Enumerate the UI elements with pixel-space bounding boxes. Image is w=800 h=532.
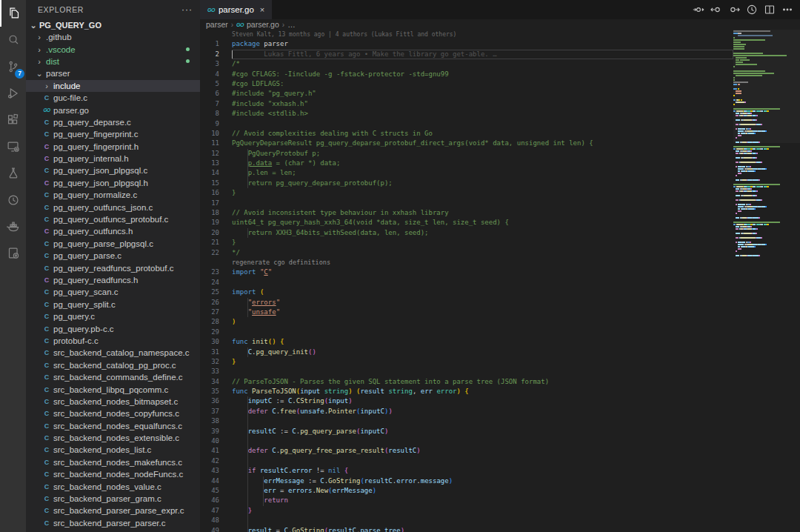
tree-item[interactable]: Csrc_backend_nodes_makefuncs.c <box>26 456 200 468</box>
code-line[interactable]: 42 <box>200 456 733 466</box>
tree-item[interactable]: Cpg_query_normalize.c <box>26 189 200 201</box>
remote-explorer-icon[interactable] <box>0 133 26 160</box>
code-line[interactable]: 18// Avoid inconsistent type behaviour i… <box>200 208 733 218</box>
tree-item[interactable]: Csrc_backend_commands_define.c <box>26 371 200 383</box>
code-editor[interactable]: Steven Kalt, 13 months ago | 4 authors (… <box>200 30 800 532</box>
tree-item[interactable]: Csrc_backend_nodes_equalfuncs.c <box>26 420 200 432</box>
tree-item[interactable]: Csrc_backend_parser_parse_expr.c <box>26 505 200 516</box>
tree-item[interactable]: Cprotobuf-c.c <box>26 335 200 347</box>
code-line[interactable]: 22*/ <box>200 248 733 258</box>
tree-item[interactable]: Cpg_query_readfuncs_protobuf.c <box>26 262 200 273</box>
code-line[interactable]: 17 <box>200 199 733 208</box>
tree-item[interactable]: Cpg_query_deparse.c <box>26 116 200 128</box>
tree-item[interactable]: Cpg_query.pb-c.c <box>26 322 200 334</box>
code-line[interactable]: 45 err = errors.New(errMessage) <box>200 486 733 496</box>
container-tools-icon[interactable] <box>0 240 26 267</box>
code-line[interactable]: 6#include "pg_query.h" <box>200 89 733 99</box>
code-line[interactable]: 1package parser <box>200 39 733 49</box>
tree-item[interactable]: ›dist <box>26 56 200 67</box>
codelens-action[interactable]: regenerate cgo definitions <box>232 259 330 266</box>
open-changes-icon[interactable] <box>692 3 705 16</box>
code-line[interactable]: 8#include <stdlib.h> <box>200 109 733 119</box>
tree-item[interactable]: Cpg_query_outfuncs_json.c <box>26 201 200 213</box>
tree-item[interactable]: Cpg_query_fingerprint.h <box>26 141 200 153</box>
tree-item[interactable]: ›include <box>26 80 200 92</box>
tree-item[interactable]: Csrc_backend_nodes_value.c <box>26 480 200 492</box>
code-line[interactable]: 30func init() { <box>200 337 733 347</box>
tree-item[interactable]: Csrc_backend_nodes_nodeFuncs.c <box>26 468 200 480</box>
tree-item[interactable]: Csrc_backend_parser_parser.c <box>26 517 200 529</box>
testing-icon[interactable] <box>0 160 26 187</box>
code-line[interactable]: 34// ParseToJSON - Parses the given SQL … <box>200 377 733 387</box>
file-history-icon[interactable] <box>745 3 759 16</box>
tree-item[interactable]: Csrc_backend_nodes_list.c <box>26 444 200 456</box>
tree-item[interactable]: Cpg_query_internal.h <box>26 153 200 164</box>
search-icon[interactable] <box>0 27 26 53</box>
codelens-row[interactable]: regenerate cgo definitions <box>200 258 733 267</box>
tree-item[interactable]: Csrc_backend_parser_gram.c <box>26 493 200 505</box>
code-line[interactable]: 2 Lukas Fittl, 6 years ago • Make the li… <box>200 50 733 59</box>
code-line[interactable]: 7#include "xxhash.h" <box>200 99 733 109</box>
tree-item[interactable]: ›.vscode <box>26 43 200 55</box>
tree-item[interactable]: Cpg_query_json_plpgsql.h <box>26 177 200 189</box>
tree-item[interactable]: Cpg_query_outfuncs.h <box>26 225 200 237</box>
docker-icon[interactable] <box>0 213 26 240</box>
code-line[interactable]: 26 "errors" <box>200 298 733 307</box>
tree-item[interactable]: Cpg_query_parse.c <box>26 250 200 262</box>
code-line[interactable]: 31 C.pg_query_init() <box>200 348 733 357</box>
code-line[interactable]: 40 <box>200 436 733 446</box>
tree-item[interactable]: Csrc_backend_nodes_bitmapset.c <box>26 396 200 408</box>
tree-item[interactable]: Cguc-file.c <box>26 92 200 104</box>
code-line[interactable]: 16} <box>200 188 733 198</box>
git-blame-row[interactable]: Steven Kalt, 13 months ago | 4 authors (… <box>200 30 733 39</box>
code-line[interactable]: 5#cgo LDFLAGS: <box>200 79 733 89</box>
tree-item[interactable]: Cpg_query_parse_plpgsql.c <box>26 238 200 250</box>
code-line[interactable]: 38 <box>200 416 733 426</box>
code-line[interactable]: 20 return XXH3_64bits_withSeed(data, len… <box>200 228 733 238</box>
tree-item[interactable]: Csrc_backend_nodes_extensible.c <box>26 432 200 444</box>
tree-item[interactable]: Cpg_query_outfuncs_protobuf.c <box>26 213 200 225</box>
tree-item[interactable]: GOparser.go <box>26 104 200 116</box>
code-line[interactable]: 12 PgQueryProtobuf p; <box>200 149 733 159</box>
tree-item[interactable]: ⌄parser <box>26 67 200 79</box>
tree-item[interactable]: Csrc_backend_libpq_pqcomm.c <box>26 383 200 395</box>
code-line[interactable]: 19uint64_t pg_query_hash_xxh3_64(void *d… <box>200 218 733 227</box>
tree-item[interactable]: Cpg_query_scan.c <box>26 286 200 298</box>
code-line[interactable]: 35func ParseToJSON(input string) (result… <box>200 387 733 396</box>
code-line[interactable]: 13 p.data = (char *) data; <box>200 159 733 168</box>
code-line[interactable]: 36 inputC := C.CString(input) <box>200 396 733 406</box>
code-line[interactable]: 24 <box>200 278 733 287</box>
code-line[interactable]: 3/* <box>200 59 733 69</box>
next-change-icon[interactable] <box>727 3 741 16</box>
tab-parser-go[interactable]: GO parser.go × <box>200 0 272 19</box>
code-line[interactable]: 39 resultC := C.pg_query_parse(inputC) <box>200 427 733 436</box>
explorer-icon[interactable] <box>0 0 26 27</box>
split-editor-icon[interactable] <box>763 3 776 16</box>
code-line[interactable]: 4#cgo CFLAGS: -Iinclude -g -fstack-prote… <box>200 70 733 79</box>
code-line[interactable]: 43 if resultC.error != nil { <box>200 466 733 476</box>
code-line[interactable]: 9 <box>200 119 733 129</box>
code-line[interactable]: 11PgQueryDeparseResult pg_query_deparse_… <box>200 139 733 148</box>
tree-item[interactable]: Csrc_backend_catalog_pg_proc.c <box>26 359 200 371</box>
code-line[interactable]: 14 p.len = len; <box>200 168 733 178</box>
code-line[interactable]: 28) <box>200 317 733 327</box>
code-line[interactable]: 46 return <box>200 496 733 505</box>
code-line[interactable]: 29 <box>200 327 733 337</box>
more-actions-icon[interactable] <box>781 3 794 16</box>
history-icon[interactable] <box>0 187 26 213</box>
code-line[interactable]: 15 return pg_query_deparse_protobuf(p); <box>200 179 733 188</box>
run-and-debug-icon[interactable] <box>0 80 26 107</box>
sidebar-more-actions-icon[interactable]: ··· <box>181 4 193 15</box>
breadcrumb-item-parser[interactable]: parser <box>206 20 228 29</box>
code-line[interactable]: 44 errMessage := C.GoString(resultC.erro… <box>200 476 733 486</box>
breadcrumb-item-symbol[interactable]: … <box>287 20 296 29</box>
tree-item[interactable]: Cpg_query_fingerprint.c <box>26 128 200 140</box>
tree-item[interactable]: ›.github <box>26 31 200 43</box>
minimap[interactable] <box>733 30 800 532</box>
code-line[interactable]: 41 defer C.pg_query_free_parse_result(re… <box>200 446 733 456</box>
tree-item[interactable]: Csrc_backend_nodes_copyfuncs.c <box>26 408 200 419</box>
code-line[interactable]: 10// Avoid complexities dealing with C s… <box>200 129 733 139</box>
source-control-icon[interactable]: 7 <box>0 53 26 80</box>
extensions-icon[interactable] <box>0 107 26 133</box>
code-line[interactable]: 37 defer C.free(unsafe.Pointer(inputC)) <box>200 407 733 416</box>
